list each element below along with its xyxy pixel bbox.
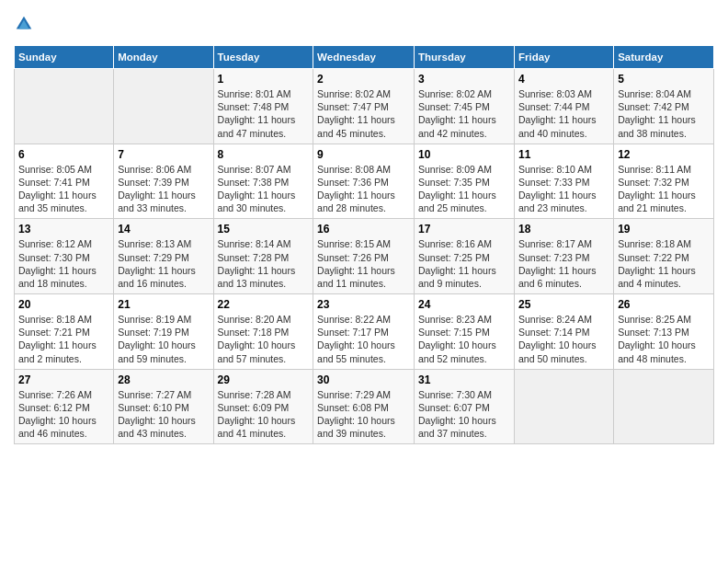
calendar-cell: 18Sunrise: 8:17 AM Sunset: 7:23 PM Dayli… (514, 219, 613, 294)
calendar-cell: 13Sunrise: 8:12 AM Sunset: 7:30 PM Dayli… (15, 219, 114, 294)
day-number: 2 (317, 73, 410, 86)
calendar-cell: 15Sunrise: 8:14 AM Sunset: 7:28 PM Dayli… (213, 219, 313, 294)
day-info: Sunrise: 7:26 AM Sunset: 6:12 PM Dayligh… (18, 389, 97, 440)
day-info: Sunrise: 8:03 AM Sunset: 7:44 PM Dayligh… (518, 88, 597, 139)
calendar-cell: 29Sunrise: 7:28 AM Sunset: 6:09 PM Dayli… (213, 369, 313, 444)
day-info: Sunrise: 8:20 AM Sunset: 7:18 PM Dayligh… (218, 314, 296, 364)
day-info: Sunrise: 8:08 AM Sunset: 7:36 PM Dayligh… (317, 164, 395, 214)
calendar-cell: 28Sunrise: 7:27 AM Sunset: 6:10 PM Dayli… (114, 369, 213, 444)
day-info: Sunrise: 8:16 AM Sunset: 7:25 PM Dayligh… (418, 238, 496, 289)
calendar-cell: 10Sunrise: 8:09 AM Sunset: 7:35 PM Dayli… (415, 144, 515, 219)
day-info: Sunrise: 8:12 AM Sunset: 7:30 PM Dayligh… (18, 238, 97, 289)
day-info: Sunrise: 8:02 AM Sunset: 7:47 PM Dayligh… (317, 88, 395, 139)
calendar-cell: 24Sunrise: 8:23 AM Sunset: 7:15 PM Dayli… (415, 294, 515, 370)
calendar-cell: 1Sunrise: 8:01 AM Sunset: 7:48 PM Daylig… (213, 69, 313, 144)
day-number: 6 (18, 148, 109, 161)
day-info: Sunrise: 8:22 AM Sunset: 7:17 PM Dayligh… (317, 314, 395, 364)
day-info: Sunrise: 8:10 AM Sunset: 7:33 PM Dayligh… (518, 164, 597, 214)
day-number: 24 (418, 298, 510, 311)
calendar-cell (514, 369, 613, 444)
calendar-cell: 23Sunrise: 8:22 AM Sunset: 7:17 PM Dayli… (313, 294, 415, 370)
calendar-cell: 2Sunrise: 8:02 AM Sunset: 7:47 PM Daylig… (313, 69, 415, 144)
calendar-cell: 9Sunrise: 8:08 AM Sunset: 7:36 PM Daylig… (313, 144, 415, 219)
col-header-monday: Monday (114, 46, 213, 69)
col-header-saturday: Saturday (614, 46, 714, 69)
calendar-cell: 20Sunrise: 8:18 AM Sunset: 7:21 PM Dayli… (15, 294, 114, 370)
day-info: Sunrise: 8:23 AM Sunset: 7:15 PM Dayligh… (418, 314, 496, 364)
week-row-4: 27Sunrise: 7:26 AM Sunset: 6:12 PM Dayli… (15, 369, 714, 444)
day-info: Sunrise: 7:27 AM Sunset: 6:10 PM Dayligh… (118, 389, 196, 440)
day-number: 3 (418, 73, 510, 86)
day-number: 4 (518, 73, 609, 86)
calendar-cell (15, 69, 114, 144)
day-number: 25 (518, 298, 609, 311)
day-number: 9 (317, 148, 410, 161)
calendar-cell: 5Sunrise: 8:04 AM Sunset: 7:42 PM Daylig… (614, 69, 714, 144)
day-number: 22 (218, 298, 310, 311)
day-number: 7 (118, 148, 209, 161)
logo (14, 14, 38, 34)
page: SundayMondayTuesdayWednesdayThursdayFrid… (0, 0, 728, 563)
calendar-cell: 17Sunrise: 8:16 AM Sunset: 7:25 PM Dayli… (415, 219, 515, 294)
col-header-thursday: Thursday (415, 46, 515, 69)
day-number: 28 (118, 373, 209, 386)
col-header-sunday: Sunday (15, 46, 114, 69)
col-header-friday: Friday (514, 46, 613, 69)
calendar-cell: 12Sunrise: 8:11 AM Sunset: 7:32 PM Dayli… (614, 144, 714, 219)
day-info: Sunrise: 8:09 AM Sunset: 7:35 PM Dayligh… (418, 164, 496, 214)
calendar-cell: 30Sunrise: 7:29 AM Sunset: 6:08 PM Dayli… (313, 369, 415, 444)
calendar-cell: 14Sunrise: 8:13 AM Sunset: 7:29 PM Dayli… (114, 219, 213, 294)
day-number: 17 (418, 223, 510, 236)
day-info: Sunrise: 8:18 AM Sunset: 7:21 PM Dayligh… (18, 314, 97, 364)
calendar-cell: 7Sunrise: 8:06 AM Sunset: 7:39 PM Daylig… (114, 144, 213, 219)
day-number: 8 (218, 148, 310, 161)
day-number: 27 (18, 373, 109, 386)
calendar-cell: 25Sunrise: 8:24 AM Sunset: 7:14 PM Dayli… (514, 294, 613, 370)
day-number: 5 (618, 73, 710, 86)
calendar-cell: 16Sunrise: 8:15 AM Sunset: 7:26 PM Dayli… (313, 219, 415, 294)
day-number: 15 (218, 223, 310, 236)
day-info: Sunrise: 8:17 AM Sunset: 7:23 PM Dayligh… (518, 238, 597, 289)
calendar-cell (614, 369, 714, 444)
logo-icon (14, 14, 34, 34)
day-info: Sunrise: 8:25 AM Sunset: 7:13 PM Dayligh… (618, 314, 696, 364)
day-number: 11 (518, 148, 609, 161)
calendar-cell: 27Sunrise: 7:26 AM Sunset: 6:12 PM Dayli… (15, 369, 114, 444)
day-number: 18 (518, 223, 609, 236)
day-number: 14 (118, 223, 209, 236)
week-row-2: 13Sunrise: 8:12 AM Sunset: 7:30 PM Dayli… (15, 219, 714, 294)
calendar-cell: 8Sunrise: 8:07 AM Sunset: 7:38 PM Daylig… (213, 144, 313, 219)
day-number: 29 (218, 373, 310, 386)
day-number: 21 (118, 298, 209, 311)
calendar-cell: 31Sunrise: 7:30 AM Sunset: 6:07 PM Dayli… (415, 369, 515, 444)
day-number: 19 (618, 223, 710, 236)
day-info: Sunrise: 7:29 AM Sunset: 6:08 PM Dayligh… (317, 389, 395, 440)
day-number: 1 (218, 73, 310, 86)
day-info: Sunrise: 8:05 AM Sunset: 7:41 PM Dayligh… (18, 164, 97, 214)
day-info: Sunrise: 7:28 AM Sunset: 6:09 PM Dayligh… (218, 389, 296, 440)
calendar-cell (114, 69, 213, 144)
day-number: 16 (317, 223, 410, 236)
day-number: 23 (317, 298, 410, 311)
calendar-cell: 21Sunrise: 8:19 AM Sunset: 7:19 PM Dayli… (114, 294, 213, 370)
day-info: Sunrise: 8:02 AM Sunset: 7:45 PM Dayligh… (418, 88, 496, 139)
day-info: Sunrise: 8:06 AM Sunset: 7:39 PM Dayligh… (118, 164, 196, 214)
col-header-wednesday: Wednesday (313, 46, 415, 69)
calendar-cell: 4Sunrise: 8:03 AM Sunset: 7:44 PM Daylig… (514, 69, 613, 144)
day-number: 31 (418, 373, 510, 386)
header-row: SundayMondayTuesdayWednesdayThursdayFrid… (15, 46, 714, 69)
day-info: Sunrise: 8:19 AM Sunset: 7:19 PM Dayligh… (118, 314, 196, 364)
day-info: Sunrise: 8:13 AM Sunset: 7:29 PM Dayligh… (118, 238, 196, 289)
calendar-cell: 22Sunrise: 8:20 AM Sunset: 7:18 PM Dayli… (213, 294, 313, 370)
day-info: Sunrise: 7:30 AM Sunset: 6:07 PM Dayligh… (418, 389, 496, 440)
day-info: Sunrise: 8:24 AM Sunset: 7:14 PM Dayligh… (518, 314, 597, 364)
calendar-cell: 19Sunrise: 8:18 AM Sunset: 7:22 PM Dayli… (614, 219, 714, 294)
col-header-tuesday: Tuesday (213, 46, 313, 69)
calendar-cell: 3Sunrise: 8:02 AM Sunset: 7:45 PM Daylig… (415, 69, 515, 144)
day-number: 20 (18, 298, 109, 311)
week-row-0: 1Sunrise: 8:01 AM Sunset: 7:48 PM Daylig… (15, 69, 714, 144)
day-number: 12 (618, 148, 710, 161)
header (14, 14, 714, 34)
day-number: 26 (618, 298, 710, 311)
day-info: Sunrise: 8:01 AM Sunset: 7:48 PM Dayligh… (218, 88, 296, 139)
